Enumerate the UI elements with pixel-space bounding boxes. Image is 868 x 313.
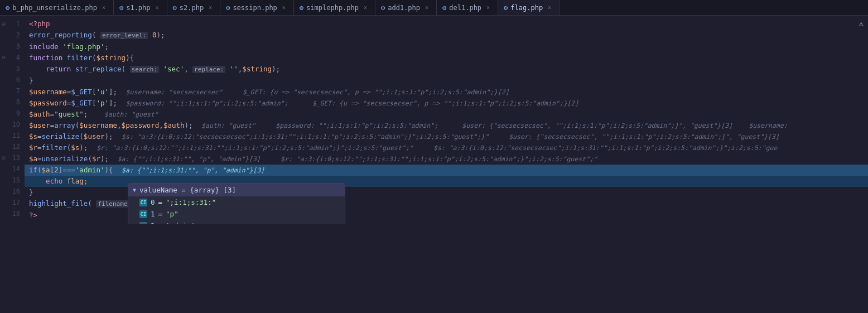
- code-line-12: $r=filter($s); $r: "a:3:{i:0;s:12:"";i:1…: [25, 142, 868, 153]
- tooltip-item-2[interactable]: CI 2 = 'admin': [128, 220, 345, 224]
- tab-b-php-unserialize[interactable]: ⚙ b_php_unserialize.php ×: [0, 0, 114, 16]
- tab-flag[interactable]: ⚙ flag.php ×: [498, 0, 560, 16]
- tab-close[interactable]: ×: [100, 4, 108, 12]
- item-2-eq: =: [158, 221, 163, 224]
- code-line-8: $password=$_GET['p']; $password: "";i:1;…: [25, 98, 868, 109]
- tab-del1[interactable]: ⚙ del1.php ×: [437, 0, 498, 16]
- tooltip-item-1[interactable]: CI 1 = "p": [128, 208, 345, 220]
- tab-simplephp[interactable]: ⚙ simplephp.php ×: [294, 0, 375, 16]
- tab-label: s1.php: [126, 4, 150, 12]
- tab-icon: ⚙: [173, 4, 177, 12]
- tab-add1[interactable]: ⚙ add1.php ×: [375, 0, 437, 16]
- tab-close[interactable]: ×: [280, 4, 288, 12]
- tab-icon: ⚙: [442, 4, 446, 12]
- code-line-13: $a=unserialize($r); $a: {"";i:1;s:31:"",…: [25, 153, 868, 165]
- code-line-3: include 'flag.php';: [25, 41, 868, 52]
- code-line-2: error_reporting( error_level: 0);: [25, 30, 868, 41]
- type-icon-2: CI: [139, 222, 147, 224]
- tab-s1[interactable]: ⚙ s1.php ×: [114, 0, 167, 16]
- editor-container: ⚙ b_php_unserialize.php × ⚙ s1.php × ⚙ s…: [0, 0, 868, 224]
- tab-label: del1.php: [449, 4, 481, 12]
- code-content[interactable]: <?php error_reporting( error_level: 0); …: [25, 16, 868, 224]
- tab-label: simplephp.php: [306, 4, 359, 12]
- code-line-4: function filter($string){: [25, 52, 868, 64]
- debug-tooltip: ▼ valueName = {array} [3] CI 0 = ";i:1;s…: [128, 183, 345, 224]
- code-line-9: $auth="guest"; $auth: "guest": [25, 109, 868, 120]
- tab-label: flag.php: [510, 4, 543, 12]
- item-1-eq: =: [158, 210, 163, 218]
- tab-close[interactable]: ×: [546, 4, 553, 12]
- tab-icon: ⚙: [6, 4, 9, 12]
- code-line-7: $username=$_GET['u']; $username: "secsec…: [25, 86, 868, 98]
- item-0-value: ";i:1;s:31:": [166, 198, 216, 206]
- code-line-11: $s=serialize($user); $s: "a:3:{i:0;s:12:…: [25, 131, 868, 142]
- code-line-6: }: [25, 75, 868, 86]
- item-2-label: 2: [151, 221, 155, 224]
- item-0-label: 0: [151, 198, 155, 206]
- tab-close[interactable]: ×: [153, 4, 161, 12]
- item-0-eq: =: [158, 198, 163, 206]
- item-1-label: 1: [151, 210, 155, 218]
- left-gutter: ⊖ ⊖ ⊖: [0, 16, 8, 224]
- code-line-5: return str_replace( search: 'sec', repla…: [25, 64, 868, 75]
- tab-icon: ⚙: [381, 4, 385, 12]
- tab-close[interactable]: ×: [423, 4, 431, 12]
- tab-label: add1.php: [388, 4, 420, 12]
- tab-bar: ⚙ b_php_unserialize.php × ⚙ s1.php × ⚙ s…: [0, 0, 868, 16]
- tab-icon: ⚙: [226, 4, 230, 12]
- code-line-1: <?php: [25, 18, 868, 30]
- tab-icon: ⚙: [504, 4, 508, 12]
- type-icon-0: CI: [139, 199, 147, 206]
- item-1-value: "p": [166, 210, 179, 218]
- code-line-14: if($a[2]==='admin'){ $a: {"";i:1;s:31:""…: [25, 165, 868, 176]
- tooltip-expand-icon[interactable]: ▼: [133, 187, 136, 193]
- tab-label: b_php_unserialize.php: [12, 4, 97, 12]
- tooltip-item-0[interactable]: CI 0 = ";i:1;s:31:": [128, 196, 345, 208]
- tab-icon: ⚙: [119, 4, 123, 12]
- tab-s2[interactable]: ⚙ s2.php ×: [167, 0, 221, 16]
- editor-area: ⊖ ⊖ ⊖ 1 2 3 4 5 6 7 8: [0, 16, 868, 224]
- tab-sessipn[interactable]: ⚙ sessipn.php ×: [220, 0, 294, 16]
- tooltip-title: valueName = {array} [3]: [139, 186, 236, 194]
- tab-close[interactable]: ×: [361, 4, 369, 12]
- warning-icon: ⚠: [859, 19, 864, 28]
- item-2-value: 'admin': [166, 221, 195, 224]
- tab-icon: ⚙: [300, 4, 303, 12]
- tooltip-header[interactable]: ▼ valueName = {array} [3]: [128, 184, 345, 196]
- tab-label: sessipn.php: [233, 4, 277, 12]
- type-icon-1: CI: [139, 210, 147, 218]
- tab-close[interactable]: ×: [484, 4, 492, 12]
- tab-close[interactable]: ×: [206, 4, 214, 12]
- line-numbers: 1 2 3 4 5 6 7 8 9 10 11 12 13 14 15 16 1…: [8, 16, 25, 224]
- code-line-10: $user=array($username,$password,$auth); …: [25, 120, 868, 131]
- tab-label: s2.php: [180, 4, 204, 12]
